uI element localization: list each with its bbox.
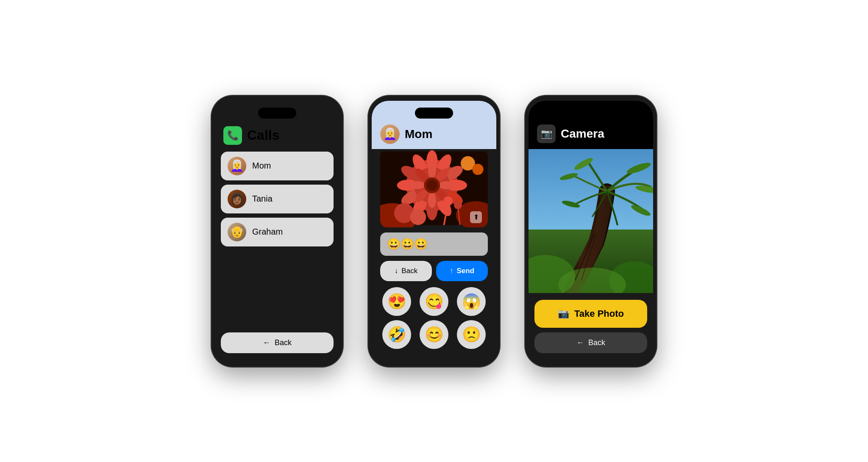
contact-name-tania: Tania <box>252 194 273 204</box>
messages-back-label: Back <box>401 267 417 275</box>
message-flower-image: ⬆ <box>380 149 488 227</box>
up-arrow-icon: ↑ <box>450 267 453 275</box>
emoji-message-text: 😀😀😀 <box>387 238 428 250</box>
camera-title: Camera <box>561 127 604 141</box>
messages-send-button[interactable]: ↑ Send <box>436 261 488 281</box>
emoji-rofl[interactable]: 🤣 <box>382 320 411 349</box>
phone-3-camera: 📷 Camera <box>525 96 657 367</box>
phone-1-screen: 📞 Calls Mom Tania Graham ← Back <box>215 101 339 362</box>
camera-btn-icon: 📷 <box>558 308 569 319</box>
emoji-picker-row1: 😍 😋 😱 <box>372 287 496 316</box>
calls-back-label: Back <box>275 338 292 347</box>
camera-viewfinder <box>529 149 653 293</box>
emoji-smile[interactable]: 😊 <box>420 320 448 349</box>
dynamic-island-3 <box>572 108 610 119</box>
messages-send-label: Send <box>456 267 474 275</box>
back-arrow-camera-icon: ← <box>576 338 584 347</box>
palm-scene-svg <box>529 149 653 293</box>
avatar-tania <box>228 190 246 208</box>
contact-name-mom: Mom <box>252 161 271 171</box>
calls-app-icon: 📞 <box>223 126 242 145</box>
camera-back-label: Back <box>588 338 605 347</box>
emoji-tongue[interactable]: 😋 <box>420 287 448 316</box>
call-item-mom[interactable]: Mom <box>221 152 334 180</box>
calls-title: Calls <box>247 127 279 143</box>
calls-contact-list: Mom Tania Graham <box>215 152 339 246</box>
svg-point-30 <box>443 196 453 206</box>
svg-rect-38 <box>529 149 653 242</box>
emoji-sad[interactable]: 🙁 <box>457 320 486 349</box>
calls-back-button[interactable]: ← Back <box>221 332 334 353</box>
camera-back-button[interactable]: ← Back <box>534 332 647 353</box>
messages-back-button[interactable]: ↓ Back <box>380 261 432 281</box>
message-action-buttons: ↓ Back ↑ Send <box>372 261 496 287</box>
dynamic-island-1 <box>258 108 296 119</box>
take-photo-label: Take Photo <box>574 308 624 319</box>
emoji-screaming[interactable]: 😱 <box>457 287 486 316</box>
call-item-graham[interactable]: Graham <box>221 218 334 246</box>
svg-point-32 <box>454 201 462 209</box>
emoji-message-bubble: 😀😀😀 <box>380 232 488 256</box>
avatar-mom <box>228 157 246 175</box>
svg-point-21 <box>428 192 436 208</box>
svg-point-19 <box>439 181 455 189</box>
svg-point-17 <box>428 162 436 178</box>
avatar-graham <box>228 223 246 241</box>
svg-point-23 <box>409 181 426 189</box>
back-arrow-icon: ← <box>263 338 270 347</box>
svg-point-28 <box>410 209 426 225</box>
emoji-picker-row2: 🤣 😊 🙁 <box>372 320 496 349</box>
call-item-tania[interactable]: Tania <box>221 185 334 213</box>
svg-point-34 <box>472 163 483 174</box>
phone-2-screen: Mom <box>372 101 496 362</box>
messages-contact-name: Mom <box>405 127 432 141</box>
phone-1-calls: 📞 Calls Mom Tania Graham ← Back <box>211 96 343 367</box>
phone-2-messages: Mom <box>368 96 500 367</box>
dynamic-island-2 <box>415 108 453 119</box>
contact-name-graham: Graham <box>252 227 283 237</box>
emoji-heart-eyes[interactable]: 😍 <box>382 287 411 316</box>
avatar-mom-messages <box>380 124 400 144</box>
svg-point-26 <box>426 180 437 191</box>
down-arrow-icon: ↓ <box>395 267 398 275</box>
camera-app-icon: 📷 <box>537 124 556 143</box>
phone-3-screen: 📷 Camera <box>529 101 653 362</box>
share-icon[interactable]: ⬆ <box>470 211 482 223</box>
take-photo-button[interactable]: 📷 Take Photo <box>534 300 647 328</box>
